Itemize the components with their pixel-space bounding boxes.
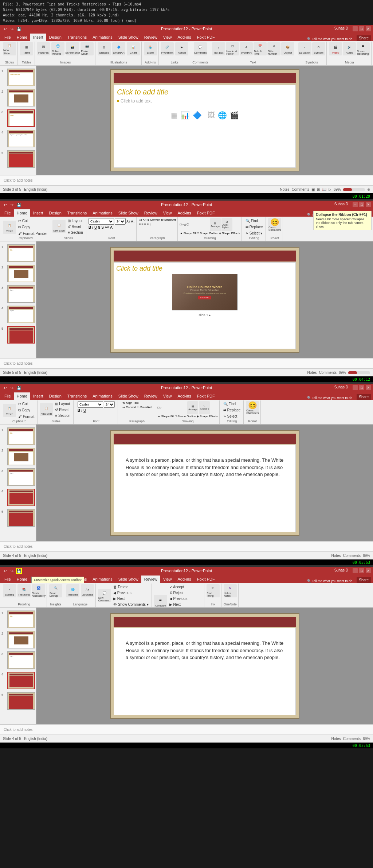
- font-size-select-3[interactable]: 24: [104, 401, 115, 408]
- cut-btn-2[interactable]: ✂ Cut: [17, 218, 48, 224]
- tab-foxitpdf-3[interactable]: Foxit PDF: [194, 392, 218, 400]
- tab-addins-4[interactable]: Add-ins: [174, 576, 194, 583]
- convert-smartart-btn-2[interactable]: ⇒: [146, 218, 149, 222]
- shapes-btn[interactable]: ◎ Shapes: [98, 42, 111, 55]
- start-inking-btn-4[interactable]: ✏ Start Inking: [207, 584, 220, 597]
- tab-slideshow-1[interactable]: Slide Show: [115, 34, 141, 41]
- quick-styles-btn-2[interactable]: Ω Quick Styles: [221, 218, 232, 231]
- notes-btn-3[interactable]: Notes: [331, 554, 341, 558]
- prev-comment-btn-4[interactable]: ◀ Previous: [112, 590, 150, 596]
- reset-btn-3[interactable]: ↺ Reset: [54, 407, 72, 412]
- slide-thumb-2-2[interactable]: [7, 265, 35, 282]
- font-color-btn-2[interactable]: A: [110, 225, 113, 229]
- linked-notes-btn-4[interactable]: N Linked Notes: [224, 584, 237, 597]
- tab-design-2[interactable]: Design: [46, 209, 64, 217]
- tab-review-4[interactable]: Review: [141, 576, 160, 583]
- slide-title-1[interactable]: Click to add title: [117, 88, 292, 96]
- tab-animations-1[interactable]: Animations: [90, 34, 115, 41]
- close-btn-3[interactable]: ✕: [366, 385, 371, 390]
- slide-notes-4[interactable]: Click to add notes: [0, 724, 373, 735]
- find-btn-3[interactable]: 🔍 Find: [222, 401, 242, 407]
- slide-thumb-2-5-active[interactable]: [7, 326, 35, 344]
- replace-btn-2[interactable]: ⇄ Replace: [244, 224, 264, 230]
- underline-btn-3[interactable]: U: [83, 408, 86, 412]
- tab-addins-2[interactable]: Add-ins: [174, 209, 194, 217]
- next-chg-btn-4[interactable]: ▶ Next: [168, 602, 203, 607]
- redo-btn-1[interactable]: ↪: [9, 26, 15, 32]
- comments-btn-2[interactable]: Comments: [319, 371, 337, 375]
- shadow-btn-2[interactable]: S: [101, 225, 104, 229]
- header-footer-btn[interactable]: ⊟ Header & Footer: [226, 42, 239, 55]
- slide-thumb-2-4[interactable]: A symbol...: [7, 306, 35, 323]
- minimize-btn-3[interactable]: ─: [353, 385, 358, 390]
- tab-transitions-3[interactable]: Transitions: [64, 392, 90, 400]
- table-btn[interactable]: ▦ Table: [20, 42, 33, 55]
- select-btn-3[interactable]: ⤷ Select ▾: [199, 401, 210, 414]
- save-btn-2[interactable]: 💾: [16, 202, 22, 208]
- tab-foxitpdf-4[interactable]: Foxit PDF: [194, 576, 218, 583]
- tab-animations-3[interactable]: Animations: [90, 392, 115, 400]
- increase-font-btn-2[interactable]: A↑: [126, 220, 130, 223]
- font-size-select-2[interactable]: 24: [115, 218, 126, 225]
- hyperlink-btn[interactable]: 🔗 Hyperlink: [161, 42, 174, 55]
- slide-thumb-4-5[interactable]: [7, 692, 35, 710]
- language-btn-4[interactable]: Aa Language: [81, 584, 94, 597]
- slide-thumb-2-1[interactable]: Title: [7, 244, 35, 262]
- save-btn-4[interactable]: 💾: [16, 568, 22, 574]
- online-pictures-btn[interactable]: 🌐 Online Pictures: [51, 42, 64, 55]
- comments-btn-4[interactable]: Comments: [343, 737, 361, 741]
- maximize-btn-4[interactable]: □: [359, 568, 364, 573]
- save-btn-3[interactable]: 💾: [16, 385, 22, 391]
- paste-btn-2[interactable]: 📋 Paste: [3, 221, 16, 234]
- shape-outline-btn-3[interactable]: □ Shape Outline: [175, 415, 196, 418]
- slide-thumb-4[interactable]: A symbol is a person, place, or thing...: [7, 130, 35, 147]
- maximize-btn-1[interactable]: □: [359, 26, 364, 31]
- shape-1[interactable]: □: [180, 223, 182, 226]
- tab-home-4[interactable]: Home: [14, 576, 30, 583]
- comments-btn-3[interactable]: Comments: [343, 554, 361, 558]
- action-btn[interactable]: ▶ Action: [175, 42, 188, 55]
- smart-lookup-btn-4[interactable]: 🔍 Smart Lookup: [49, 584, 62, 597]
- arrange-btn-3[interactable]: ⊞ Arrange: [187, 401, 198, 414]
- shape-effects-btn-3[interactable]: ◈ Shape Effects: [197, 415, 218, 418]
- view-normal-1[interactable]: ▣: [311, 187, 315, 191]
- layout-btn-2[interactable]: ⊞ Layout: [66, 218, 85, 224]
- slide-num-btn[interactable]: # Slide Number: [267, 42, 280, 55]
- find-btn-2[interactable]: 🔍 Find: [244, 218, 264, 224]
- screen-recording-btn[interactable]: ⏺ Screen Recording: [357, 42, 370, 55]
- tab-home-1[interactable]: Home: [14, 34, 30, 41]
- equation-btn[interactable]: π Equation: [298, 42, 311, 55]
- tab-foxitpdf-2[interactable]: Foxit PDF: [194, 209, 218, 217]
- tab-addins-3[interactable]: Add-ins: [174, 392, 194, 400]
- slide-thumb-2[interactable]: [7, 89, 35, 106]
- select-btn-3b[interactable]: ⤷ Select: [222, 414, 242, 419]
- tab-slideshow-4[interactable]: Slide Show: [115, 576, 141, 583]
- comic-chars-btn-3[interactable]: 😊 Comic Characters: [246, 401, 259, 414]
- tab-design-1[interactable]: Design: [46, 34, 64, 41]
- slide-notes-3[interactable]: Click to add notes: [0, 541, 373, 551]
- undo-btn-2[interactable]: ↩: [2, 202, 8, 208]
- copy-btn-3[interactable]: ⧉ Copy: [17, 407, 36, 413]
- bold-btn-2[interactable]: B: [89, 225, 91, 229]
- photo-album-btn[interactable]: 📷 Photo Album: [81, 42, 94, 55]
- view-reading-1[interactable]: 📖: [322, 187, 326, 191]
- slide-thumb-3-4-active[interactable]: [7, 489, 35, 506]
- tab-addins-1[interactable]: Add-ins: [174, 34, 194, 41]
- slide-thumb-4-1[interactable]: Title: [7, 611, 35, 628]
- thesaurus-btn-4[interactable]: 📚 Thesaurus: [17, 584, 31, 597]
- italic-btn-3[interactable]: I: [81, 408, 82, 412]
- select-btn-2[interactable]: ⤷ Select ▾: [244, 230, 264, 236]
- font-select-2[interactable]: Calibri: [89, 218, 114, 225]
- audio-btn[interactable]: 🔊 Audio: [343, 42, 356, 55]
- notes-btn-2[interactable]: Notes: [307, 371, 317, 375]
- shape-2[interactable]: ○: [182, 223, 184, 226]
- symbol-btn[interactable]: Ω Symbol: [312, 42, 325, 55]
- close-btn-1[interactable]: ✕: [366, 26, 371, 31]
- line-spacing-btn-2[interactable]: ↕: [149, 222, 151, 226]
- tab-transitions-2[interactable]: Transitions: [64, 209, 90, 217]
- text-dir-btn-3[interactable]: ⟲: [122, 401, 125, 405]
- tab-animations-2[interactable]: Animations: [90, 209, 115, 217]
- new-slide-btn-2[interactable]: 📋 New Slide: [52, 220, 66, 233]
- tab-home-3[interactable]: Home: [14, 392, 30, 400]
- slide-thumb-2-3[interactable]: Chan...: [7, 285, 35, 303]
